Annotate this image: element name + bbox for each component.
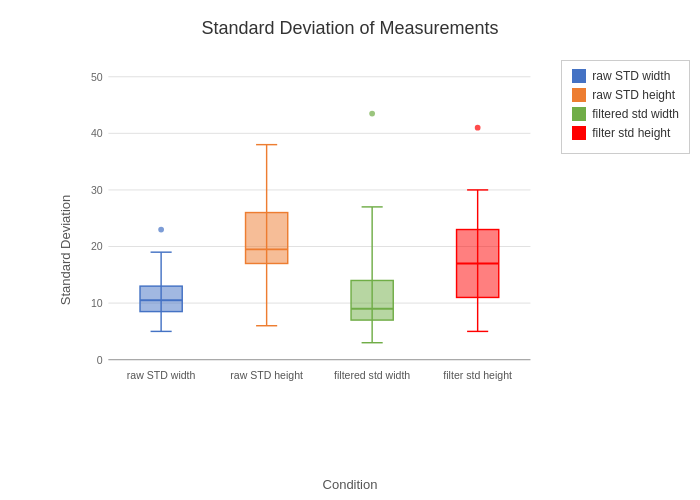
- legend: raw STD widthraw STD heightfiltered std …: [561, 60, 690, 154]
- legend-item: filter std height: [572, 126, 679, 140]
- svg-point-34: [475, 125, 481, 131]
- svg-text:raw STD width: raw STD width: [127, 369, 196, 381]
- svg-text:40: 40: [91, 127, 103, 139]
- svg-point-28: [369, 111, 375, 117]
- svg-text:filtered std width: filtered std width: [334, 369, 410, 381]
- legend-item: raw STD width: [572, 69, 679, 83]
- legend-item: raw STD height: [572, 88, 679, 102]
- svg-rect-21: [246, 213, 288, 264]
- svg-text:10: 10: [91, 297, 103, 309]
- svg-rect-15: [140, 286, 182, 311]
- legend-item: filtered std width: [572, 107, 679, 121]
- x-axis-label: Condition: [323, 477, 378, 492]
- svg-text:20: 20: [91, 240, 103, 252]
- svg-text:30: 30: [91, 184, 103, 196]
- svg-text:0: 0: [97, 354, 103, 366]
- svg-point-17: [158, 227, 164, 233]
- svg-rect-26: [351, 280, 393, 320]
- svg-text:50: 50: [91, 71, 103, 83]
- chart-container: Standard Deviation of Measurements Stand…: [0, 0, 700, 500]
- chart-title: Standard Deviation of Measurements: [0, 0, 700, 44]
- svg-text:filter std height: filter std height: [443, 369, 512, 381]
- svg-text:raw STD height: raw STD height: [230, 369, 303, 381]
- chart-svg: 01020304050raw STD widthraw STD heightfi…: [70, 50, 540, 420]
